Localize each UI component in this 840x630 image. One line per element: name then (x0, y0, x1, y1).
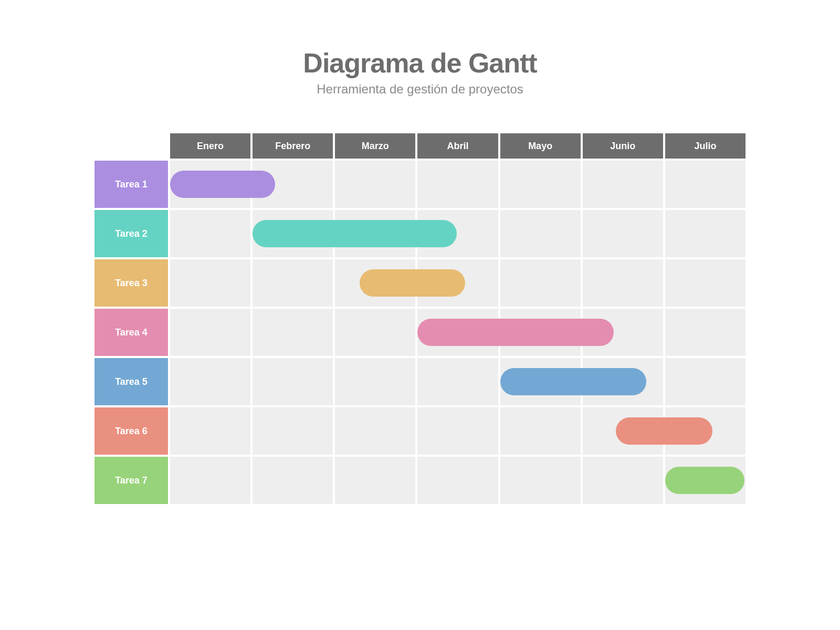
grid-cell (335, 457, 415, 504)
grid-cell (253, 309, 333, 356)
grid-cell (500, 161, 581, 208)
chart-subtitle: Herramienta de gestión de proyectos (317, 82, 523, 97)
grid-cell (665, 161, 746, 208)
grid-cell (170, 161, 250, 208)
grid-cell (417, 358, 498, 405)
grid-cell (253, 457, 333, 504)
grid-cell (583, 161, 663, 208)
grid-cell (583, 457, 663, 504)
grid-cell (253, 259, 333, 307)
grid-cell (665, 407, 746, 455)
chart-title: Diagrama de Gantt (303, 47, 537, 79)
grid-cell (665, 309, 746, 356)
month-header: Enero (170, 133, 250, 159)
grid-cell (170, 457, 250, 504)
header-row: Enero Febrero Marzo Abril Mayo Junio Jul… (94, 133, 746, 159)
task-label: Tarea 4 (94, 309, 168, 356)
grid-cell (583, 210, 663, 257)
grid-cell (335, 259, 415, 307)
grid-cell (500, 407, 581, 455)
grid-cell (417, 407, 498, 455)
grid-cell (417, 259, 498, 307)
grid-cell (253, 358, 333, 405)
grid-cell (583, 259, 663, 307)
month-header: Marzo (335, 133, 415, 159)
grid-cell (583, 309, 663, 356)
grid-cell (665, 358, 746, 405)
grid-cell (253, 407, 333, 455)
month-header: Abril (417, 133, 498, 159)
grid-cell (500, 309, 581, 356)
grid-cell (583, 358, 663, 405)
grid-cell (417, 457, 498, 504)
gantt-chart: Enero Febrero Marzo Abril Mayo Junio Jul… (94, 133, 746, 504)
grid-cell (170, 309, 250, 356)
grid-cell (665, 259, 746, 307)
grid-cell (417, 309, 498, 356)
grid-cell (335, 358, 415, 405)
task-label: Tarea 1 (94, 161, 168, 208)
month-header: Julio (665, 133, 746, 159)
grid-cell (417, 161, 498, 208)
grid-cell (170, 407, 250, 455)
grid-cell (500, 259, 581, 307)
grid-cell (583, 407, 663, 455)
grid-cell (665, 457, 746, 504)
grid-cell (253, 161, 333, 208)
task-label: Tarea 7 (94, 457, 168, 504)
month-header: Febrero (253, 133, 333, 159)
grid-cell (335, 407, 415, 455)
gantt-body: Tarea 1Tarea 2Tarea 3Tarea 4Tarea 5Tarea… (94, 161, 746, 504)
month-header: Junio (583, 133, 663, 159)
grid-cell (253, 210, 333, 257)
grid-cell (500, 457, 581, 504)
grid-cell (500, 210, 581, 257)
grid-cell (170, 358, 250, 405)
grid-cell (417, 210, 498, 257)
grid-cell (170, 259, 250, 307)
grid-cell (335, 309, 415, 356)
month-header: Mayo (500, 133, 581, 159)
grid-cell (500, 358, 581, 405)
task-label: Tarea 3 (94, 259, 168, 307)
task-label: Tarea 5 (94, 358, 168, 405)
task-label: Tarea 6 (94, 407, 168, 455)
grid-cell (665, 210, 746, 257)
grid-cell (335, 210, 415, 257)
header-corner (94, 133, 168, 159)
grid-cell (170, 210, 250, 257)
grid-cell (335, 161, 415, 208)
task-label: Tarea 2 (94, 210, 168, 257)
